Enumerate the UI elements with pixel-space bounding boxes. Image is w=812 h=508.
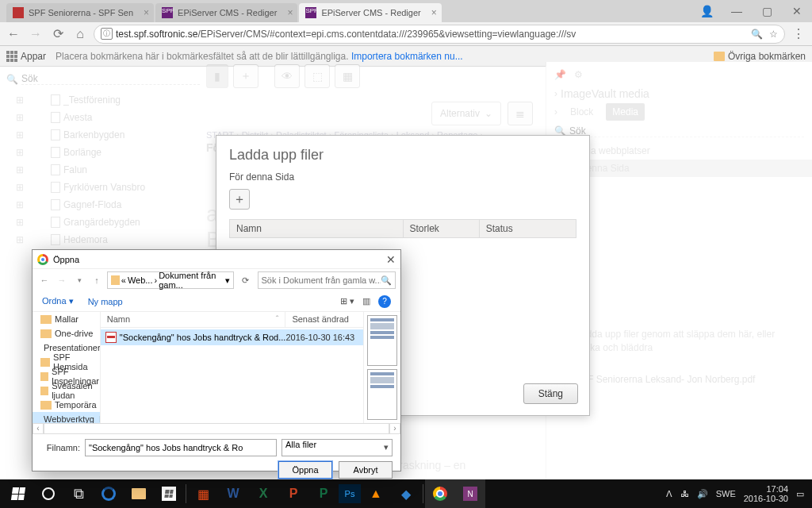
chevron-right-icon[interactable]: ›	[554, 88, 557, 99]
ps-icon[interactable]: Ps	[339, 484, 361, 503]
dialog-title: Öppna	[53, 255, 79, 264]
address-bar[interactable]: ⓘ test.spf.softronic.se /EPiServer/CMS/#…	[94, 25, 785, 44]
media-search-input[interactable]	[569, 125, 804, 137]
tab-block[interactable]: Block	[564, 103, 599, 121]
other-bookmarks[interactable]: Övriga bokmärken	[714, 51, 806, 62]
window-controls: 👤 — ▢ ✕	[691, 0, 812, 22]
tree-item[interactable]: _Testförening	[6, 91, 200, 109]
list-view-icon[interactable]: ≣	[508, 102, 533, 125]
onenote-running-icon[interactable]: N	[455, 479, 485, 508]
organize-menu[interactable]: Ordna ▾	[42, 296, 74, 306]
close-icon[interactable]: ×	[144, 7, 149, 18]
nav-recent[interactable]: ▾	[72, 276, 86, 284]
tree-item[interactable]: Grangärdebygden	[6, 214, 200, 231]
dialog-search[interactable]: 🔍	[258, 271, 396, 289]
import-link[interactable]: Importera bokmärken nu...	[351, 51, 463, 62]
dialog-titlebar[interactable]: Öppna ✕	[33, 250, 400, 269]
search-input[interactable]	[262, 275, 381, 285]
close-icon[interactable]: ×	[431, 7, 437, 18]
cancel-button[interactable]: Avbryt	[339, 461, 393, 479]
open-button[interactable]: Öppna	[278, 461, 332, 479]
info-icon[interactable]: ⓘ	[101, 28, 113, 40]
reload-button[interactable]: ⟳	[49, 25, 67, 43]
tab-1[interactable]: SPF EPiServer CMS - Rediger ×	[155, 3, 297, 22]
page-icon	[51, 217, 60, 228]
favicon-epi: SPF	[305, 7, 316, 18]
view-settings-icon[interactable]: ▦	[335, 64, 360, 88]
refresh-icon[interactable]: ⟳	[237, 275, 255, 286]
close-icon[interactable]: ×	[287, 7, 293, 18]
add-file-button[interactable]: ＋	[229, 189, 250, 210]
forward-button[interactable]: →	[27, 25, 44, 43]
folder-item[interactable]: Mallar	[33, 312, 100, 326]
close-window-button[interactable]: ✕	[782, 0, 812, 22]
chrome-running-icon[interactable]	[425, 479, 455, 508]
tree-item[interactable]: Avesta	[6, 109, 200, 126]
file-date: 2016-10-30 16:43	[285, 333, 363, 342]
add-button[interactable]: ＋	[233, 64, 259, 88]
chevron-right-icon[interactable]: ›	[554, 106, 557, 117]
col-name[interactable]: Namn ˆ	[101, 312, 286, 327]
filetype-select[interactable]: Alla filer	[282, 439, 393, 456]
compare-icon[interactable]: ⬚	[304, 64, 330, 88]
scroll-left[interactable]: ‹	[33, 423, 44, 434]
tab-2-active[interactable]: SPF EPiServer CMS - Rediger ×	[299, 3, 441, 22]
tab-media[interactable]: Media	[606, 103, 645, 121]
apps-icon[interactable]	[6, 51, 17, 62]
folder-item[interactable]: Temporära	[33, 398, 100, 412]
volume-icon[interactable]: 🔊	[697, 489, 708, 499]
preview-pane-icon[interactable]: ▥	[362, 296, 370, 306]
browser-toolbar: ← → ⟳ ⌂ ⓘ test.spf.softronic.se /EPiServ…	[0, 22, 812, 46]
gear-icon[interactable]: ⚙	[574, 69, 583, 80]
tree-search-input[interactable]	[21, 73, 200, 85]
start-button[interactable]	[3, 479, 33, 508]
tree-item[interactable]: Borlänge	[6, 144, 200, 161]
tree-item[interactable]: Hedemora	[6, 231, 200, 248]
view-mode-icon[interactable]: ⊞ ▾	[340, 296, 354, 306]
close-icon[interactable]: ✕	[386, 253, 396, 266]
clock[interactable]: 17:04 2016-10-30	[744, 484, 788, 503]
pin-icon[interactable]: 📌	[554, 69, 566, 80]
col-date[interactable]: Senast ändrad	[285, 312, 363, 327]
apps-label[interactable]: Appar	[21, 51, 46, 62]
tree-item[interactable]: Barkenbygden	[6, 126, 200, 144]
action-center-icon[interactable]: ▭	[796, 489, 804, 499]
folder-item[interactable]: One-drive	[33, 326, 100, 341]
scroll-right[interactable]: ›	[389, 423, 400, 434]
upload-table: Namn Storlek Status	[229, 219, 576, 238]
star-icon[interactable]: ☆	[769, 29, 778, 40]
preview-icon[interactable]: 👁	[274, 64, 300, 88]
page-icon	[51, 129, 60, 140]
tree-item[interactable]: Fyrklövern Vansbro	[6, 179, 200, 196]
input-lang[interactable]: SWE	[716, 489, 736, 498]
nav-up[interactable]: ↑	[90, 275, 104, 285]
path-bar[interactable]: « Web...› Dokument från gam... ▾	[107, 271, 234, 289]
zoom-icon[interactable]: 🔍	[751, 29, 763, 40]
tray-overflow-icon[interactable]: ᐱ	[666, 489, 672, 499]
publish-status-icon[interactable]: ▮	[206, 64, 228, 88]
file-row-selected[interactable]: "Sockengång" hos Jobs handtryck & Rod...…	[101, 329, 364, 345]
options-dropdown[interactable]: Alternativ⌄	[431, 102, 501, 125]
maximize-button[interactable]: ▢	[752, 0, 782, 22]
home-button[interactable]: ⌂	[71, 25, 89, 43]
menu-button[interactable]: ⋮	[790, 25, 807, 43]
help-icon[interactable]: ?	[378, 295, 391, 308]
folder-item-selected[interactable]: Webbverktyg_Ep	[33, 412, 100, 423]
scrollbar[interactable]	[44, 423, 389, 434]
filename-input[interactable]	[85, 439, 277, 456]
account-icon[interactable]: 👤	[691, 0, 722, 22]
folder-icon	[714, 52, 725, 61]
minimize-button[interactable]: —	[722, 0, 752, 22]
new-folder[interactable]: Ny mapp	[88, 297, 123, 306]
tab-0[interactable]: SPF Seniorerna - SPF Sen ×	[6, 3, 154, 22]
folder-item[interactable]: Sveasalen ljudan	[33, 383, 100, 398]
tree-item[interactable]: Falun	[6, 161, 200, 179]
network-icon[interactable]: 🖧	[680, 489, 689, 498]
browser-tab-strip: SPF Seniorerna - SPF Sen × SPF EPiServer…	[0, 0, 812, 22]
tree-item[interactable]: Gagnef-Floda	[6, 196, 200, 214]
back-button[interactable]: ←	[5, 25, 22, 43]
nav-back[interactable]: ←	[37, 275, 52, 285]
nav-fwd[interactable]: →	[55, 275, 69, 285]
folder-tree: Mallar One-drive Presentationer SPF Hems…	[33, 312, 101, 423]
close-button[interactable]: Stäng	[523, 383, 578, 404]
